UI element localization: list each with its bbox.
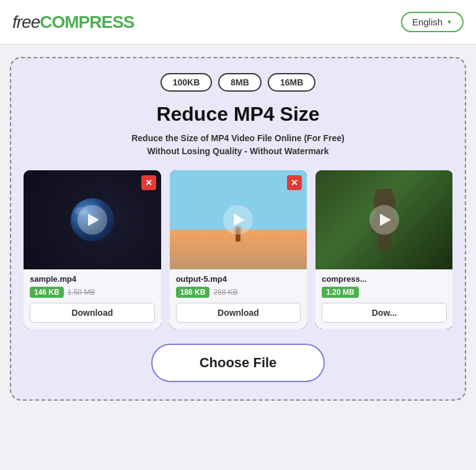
download-button-1[interactable]: Download — [30, 303, 155, 323]
choose-file-button[interactable]: Choose File — [151, 344, 325, 382]
size-row-2: 186 KB 268 KB — [176, 287, 301, 298]
choose-file-wrapper: Choose File — [24, 344, 452, 382]
video-card-3: compress... 1.20 MB Dow... — [315, 170, 452, 329]
card-info-1: sample.mp4 146 KB 1.50 MB Download — [24, 269, 161, 329]
video-card-1: ✕ sample.mp4 146 KB 1.50 MB Download — [24, 170, 161, 329]
size-compressed-2: 186 KB — [176, 287, 210, 298]
card-info-3: compress... 1.20 MB Dow... — [315, 269, 452, 329]
logo-free: free — [12, 12, 40, 32]
size-compressed-3: 1.20 MB — [322, 287, 358, 298]
pill-8mb[interactable]: 8MB — [218, 73, 262, 92]
close-card-2[interactable]: ✕ — [287, 175, 302, 190]
play-triangle-icon-2 — [234, 214, 245, 226]
close-card-1[interactable]: ✕ — [141, 175, 156, 190]
pill-100kb[interactable]: 100KB — [161, 73, 213, 92]
card-info-2: output-5.mp4 186 KB 268 KB Download — [170, 269, 307, 329]
file-name-2: output-5.mp4 — [176, 274, 301, 284]
play-triangle-icon-3 — [380, 214, 391, 226]
size-pills-row: 100KB 8MB 16MB — [24, 73, 452, 92]
language-label: English — [412, 17, 443, 27]
logo-compress: COMPRESS — [40, 12, 134, 32]
download-button-3[interactable]: Dow... — [322, 303, 447, 323]
video-thumbnail-3 — [315, 170, 452, 269]
size-row-3: 1.20 MB — [322, 287, 447, 298]
file-name-3: compress... — [322, 274, 447, 284]
video-cards-row: ✕ sample.mp4 146 KB 1.50 MB Download — [24, 170, 452, 329]
play-triangle-icon — [88, 214, 99, 226]
pill-16mb[interactable]: 16MB — [268, 73, 315, 92]
download-button-2[interactable]: Download — [176, 303, 301, 323]
language-selector[interactable]: English ▼ — [401, 12, 464, 32]
page-subtitle: Reduce the Size of MP4 Video File Online… — [24, 132, 452, 158]
size-original-1: 1.50 MB — [68, 288, 95, 297]
video-card-2: ✕ output-5.mp4 186 KB 268 KB Download — [170, 170, 307, 329]
chevron-down-icon: ▼ — [446, 19, 452, 25]
play-button-2[interactable] — [223, 205, 253, 235]
logo: freeCOMPRESS — [12, 12, 134, 32]
play-button-1[interactable] — [77, 205, 107, 235]
file-name-1: sample.mp4 — [30, 274, 155, 284]
header: freeCOMPRESS English ▼ — [0, 0, 476, 45]
size-original-2: 268 KB — [213, 288, 237, 297]
main-content: 100KB 8MB 16MB Reduce MP4 Size Reduce th… — [0, 45, 476, 413]
size-compressed-1: 146 KB — [30, 287, 64, 298]
page-title: Reduce MP4 Size — [24, 103, 452, 126]
compress-container: 100KB 8MB 16MB Reduce MP4 Size Reduce th… — [10, 57, 466, 401]
play-button-3[interactable] — [369, 205, 399, 235]
size-row-1: 146 KB 1.50 MB — [30, 287, 155, 298]
video-thumbnail-2: ✕ — [170, 170, 307, 269]
video-thumbnail-1: ✕ — [24, 170, 161, 269]
